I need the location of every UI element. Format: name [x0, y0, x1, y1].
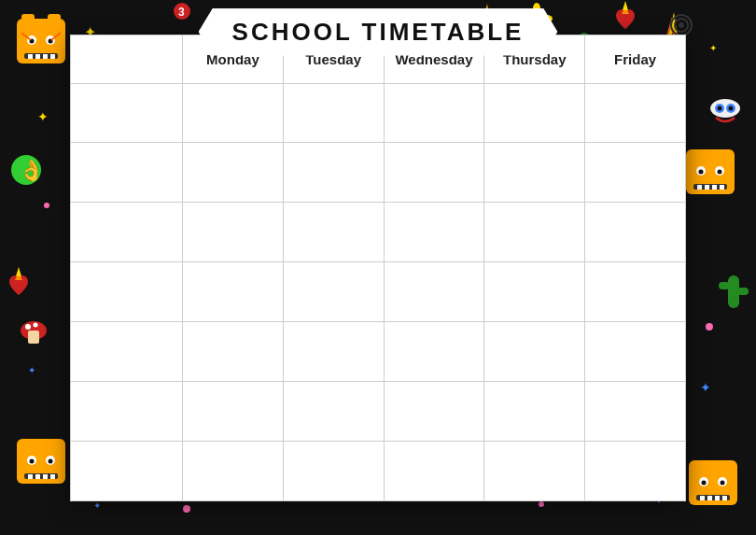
svg-rect-32: [17, 439, 65, 484]
cell[interactable]: [585, 143, 686, 203]
svg-point-9: [22, 29, 60, 63]
svg-rect-41: [43, 474, 48, 479]
table-row: [71, 143, 686, 203]
svg-rect-30: [712, 185, 717, 190]
svg-rect-21: [686, 149, 735, 194]
cell[interactable]: [183, 83, 284, 143]
cell[interactable]: [283, 83, 384, 143]
svg-rect-40: [35, 474, 40, 479]
row-label: [71, 441, 183, 500]
svg-text:✦: ✦: [700, 380, 711, 395]
cell[interactable]: [183, 321, 284, 381]
svg-point-94: [679, 22, 684, 28]
svg-rect-28: [697, 185, 702, 190]
cell[interactable]: [484, 381, 585, 441]
svg-point-46: [718, 477, 727, 486]
row-label: [71, 83, 183, 143]
svg-point-24: [715, 166, 724, 176]
table-row: [71, 441, 686, 500]
svg-marker-54: [622, 7, 629, 14]
svg-text:✦: ✦: [709, 43, 717, 53]
svg-rect-38: [24, 473, 58, 479]
svg-rect-6: [17, 19, 65, 63]
cell[interactable]: [384, 203, 484, 262]
svg-point-12: [30, 39, 35, 44]
cell[interactable]: [183, 262, 284, 322]
svg-point-34: [27, 456, 36, 465]
cell[interactable]: [585, 321, 686, 381]
svg-point-92: [671, 15, 692, 35]
page-title: SCHOOL TIMETABLE: [232, 18, 525, 46]
row-label: [71, 143, 183, 203]
svg-point-70: [729, 106, 734, 111]
svg-rect-61: [728, 275, 739, 308]
cell[interactable]: [283, 381, 384, 441]
cell[interactable]: [484, 203, 585, 262]
row-label: [71, 381, 183, 441]
cell[interactable]: [384, 83, 484, 143]
cell[interactable]: [384, 143, 484, 203]
svg-rect-17: [43, 54, 48, 59]
svg-point-68: [726, 104, 735, 113]
cell[interactable]: [283, 143, 384, 203]
cell[interactable]: [183, 381, 284, 441]
cell[interactable]: [283, 441, 384, 500]
svg-rect-27: [693, 184, 727, 190]
cell[interactable]: [384, 381, 484, 441]
svg-text:✦: ✦: [93, 500, 101, 511]
svg-rect-18: [50, 54, 55, 59]
cell[interactable]: [183, 441, 284, 500]
svg-point-11: [46, 35, 55, 45]
cell[interactable]: [585, 262, 686, 322]
header-label: [71, 35, 183, 83]
page: 👌 ✦ ✦ ✦ ✦ ✦ ✦ ✦ ✦: [0, 0, 756, 535]
svg-rect-108: [28, 331, 39, 344]
svg-point-35: [46, 456, 55, 465]
cell[interactable]: [283, 203, 384, 262]
cell[interactable]: [384, 441, 484, 500]
svg-marker-55: [623, 1, 628, 10]
cell[interactable]: [484, 83, 585, 143]
table-row: [71, 203, 686, 262]
cell[interactable]: [484, 143, 585, 203]
svg-point-47: [702, 481, 707, 486]
svg-point-69: [718, 106, 722, 111]
table-row: [71, 83, 686, 143]
timetable: Monday Tuesday Wednesday Thursday Friday: [70, 35, 686, 501]
svg-rect-42: [50, 474, 55, 479]
cell[interactable]: [384, 321, 484, 381]
svg-point-64: [11, 155, 41, 185]
svg-point-106: [25, 324, 31, 330]
svg-point-91: [539, 501, 544, 507]
cell[interactable]: [283, 321, 384, 381]
cell[interactable]: [585, 441, 686, 500]
cell[interactable]: [484, 262, 585, 322]
svg-rect-39: [28, 474, 33, 479]
cell[interactable]: [484, 441, 585, 500]
svg-rect-53: [722, 496, 727, 500]
svg-text:3: 3: [178, 6, 185, 19]
timetable-card: SCHOOL TIMETABLE Monday Tuesday Wednesda…: [70, 35, 686, 501]
svg-rect-63: [737, 288, 749, 295]
svg-rect-16: [35, 54, 40, 59]
svg-point-23: [696, 166, 706, 176]
svg-point-67: [715, 104, 724, 113]
cell[interactable]: [484, 321, 585, 381]
svg-point-37: [49, 459, 53, 464]
cell[interactable]: [183, 143, 284, 203]
svg-rect-7: [21, 14, 35, 31]
row-label: [71, 262, 183, 322]
cell[interactable]: [183, 203, 284, 262]
cell[interactable]: [283, 262, 384, 322]
cell[interactable]: [585, 203, 686, 262]
svg-marker-57: [16, 267, 21, 276]
cell[interactable]: [585, 83, 686, 143]
svg-rect-8: [48, 14, 61, 31]
svg-line-20: [51, 33, 61, 40]
cell[interactable]: [384, 262, 484, 322]
svg-text:✦: ✦: [37, 109, 49, 124]
svg-point-26: [718, 170, 722, 175]
cell[interactable]: [585, 381, 686, 441]
svg-point-48: [721, 481, 725, 486]
table-row: [71, 321, 686, 381]
